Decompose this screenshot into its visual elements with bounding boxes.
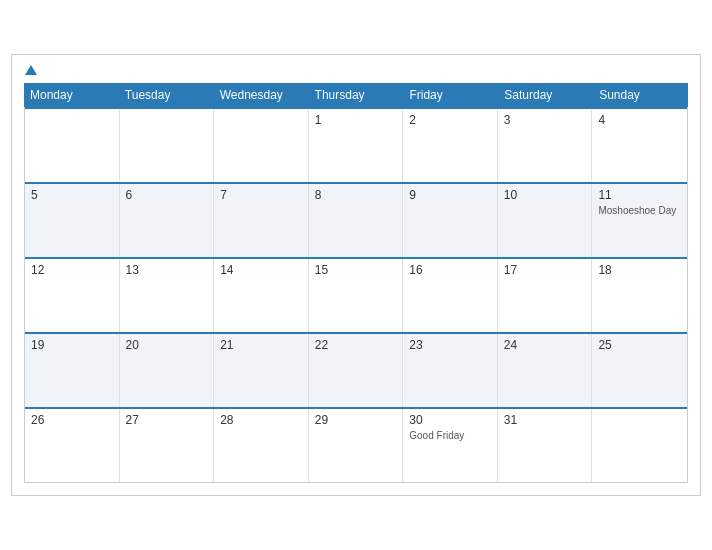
day-cell: 14 — [214, 259, 309, 332]
day-cell — [214, 109, 309, 182]
day-number: 23 — [409, 338, 491, 352]
day-header-wednesday: Wednesday — [214, 83, 309, 107]
calendar-container: MondayTuesdayWednesdayThursdayFridaySatu… — [11, 54, 701, 496]
day-cell: 12 — [25, 259, 120, 332]
day-cell: 13 — [120, 259, 215, 332]
day-cell: 28 — [214, 409, 309, 482]
day-number: 7 — [220, 188, 302, 202]
day-number: 5 — [31, 188, 113, 202]
day-cell: 5 — [25, 184, 120, 257]
day-number: 17 — [504, 263, 586, 277]
calendar-header — [24, 65, 688, 75]
day-cell: 6 — [120, 184, 215, 257]
day-number: 15 — [315, 263, 397, 277]
day-cell: 21 — [214, 334, 309, 407]
day-cell — [25, 109, 120, 182]
day-number: 30 — [409, 413, 491, 427]
day-cell: 10 — [498, 184, 593, 257]
day-number: 18 — [598, 263, 681, 277]
day-cell — [120, 109, 215, 182]
day-number: 4 — [598, 113, 681, 127]
day-cell: 31 — [498, 409, 593, 482]
day-header-thursday: Thursday — [309, 83, 404, 107]
day-number: 3 — [504, 113, 586, 127]
day-header-friday: Friday — [403, 83, 498, 107]
day-number: 9 — [409, 188, 491, 202]
day-number: 31 — [504, 413, 586, 427]
day-number: 11 — [598, 188, 681, 202]
day-number: 10 — [504, 188, 586, 202]
day-headers-row: MondayTuesdayWednesdayThursdayFridaySatu… — [24, 83, 688, 107]
day-cell: 16 — [403, 259, 498, 332]
week-row-0: 1234 — [25, 107, 687, 182]
day-cell — [592, 409, 687, 482]
day-cell: 22 — [309, 334, 404, 407]
day-cell: 27 — [120, 409, 215, 482]
week-row-1: 567891011Moshoeshoe Day — [25, 182, 687, 257]
logo — [24, 65, 39, 75]
day-cell: 23 — [403, 334, 498, 407]
day-number: 21 — [220, 338, 302, 352]
day-number: 24 — [504, 338, 586, 352]
day-header-saturday: Saturday — [498, 83, 593, 107]
day-number: 22 — [315, 338, 397, 352]
day-number: 8 — [315, 188, 397, 202]
logo-triangle-icon — [25, 65, 37, 75]
day-cell: 20 — [120, 334, 215, 407]
day-number: 13 — [126, 263, 208, 277]
day-cell: 30Good Friday — [403, 409, 498, 482]
day-number: 1 — [315, 113, 397, 127]
week-row-3: 19202122232425 — [25, 332, 687, 407]
day-number: 28 — [220, 413, 302, 427]
day-number: 14 — [220, 263, 302, 277]
day-header-sunday: Sunday — [593, 83, 688, 107]
day-number: 25 — [598, 338, 681, 352]
day-number: 20 — [126, 338, 208, 352]
day-number: 29 — [315, 413, 397, 427]
day-number: 19 — [31, 338, 113, 352]
holiday-text: Moshoeshoe Day — [598, 205, 681, 216]
holiday-text: Good Friday — [409, 430, 491, 441]
day-cell: 3 — [498, 109, 593, 182]
day-cell: 25 — [592, 334, 687, 407]
day-cell: 18 — [592, 259, 687, 332]
day-cell: 17 — [498, 259, 593, 332]
day-header-monday: Monday — [24, 83, 119, 107]
day-number: 16 — [409, 263, 491, 277]
day-number: 26 — [31, 413, 113, 427]
week-row-4: 2627282930Good Friday31 — [25, 407, 687, 482]
day-cell: 2 — [403, 109, 498, 182]
day-cell: 29 — [309, 409, 404, 482]
day-cell: 1 — [309, 109, 404, 182]
day-cell: 11Moshoeshoe Day — [592, 184, 687, 257]
day-cell: 9 — [403, 184, 498, 257]
week-row-2: 12131415161718 — [25, 257, 687, 332]
day-cell: 4 — [592, 109, 687, 182]
day-number: 12 — [31, 263, 113, 277]
calendar-grid: 1234567891011Moshoeshoe Day1213141516171… — [24, 107, 688, 483]
day-cell: 8 — [309, 184, 404, 257]
day-header-tuesday: Tuesday — [119, 83, 214, 107]
day-cell: 7 — [214, 184, 309, 257]
day-number: 27 — [126, 413, 208, 427]
day-cell: 19 — [25, 334, 120, 407]
day-cell: 15 — [309, 259, 404, 332]
day-number: 6 — [126, 188, 208, 202]
day-cell: 24 — [498, 334, 593, 407]
day-cell: 26 — [25, 409, 120, 482]
day-number: 2 — [409, 113, 491, 127]
